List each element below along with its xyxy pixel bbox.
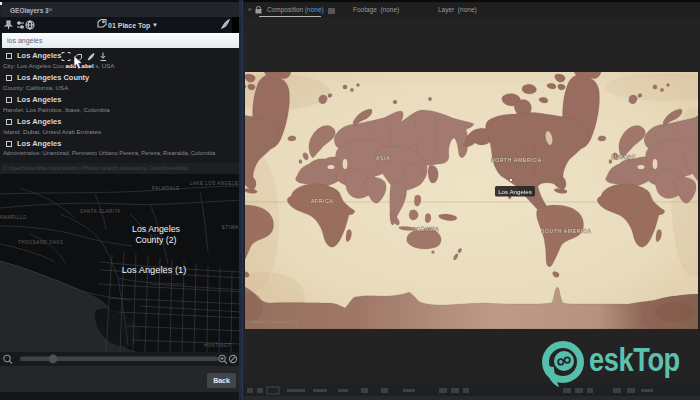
svg-text:EUROPE: EUROPE [611,154,636,160]
svg-text:PALMDALE: PALMDALE [152,186,180,191]
svg-text:OCEANIA: OCEANIA [412,226,439,232]
svg-text:Los Angeles: Los Angeles [498,188,532,195]
svg-text:SANTA CLARITA: SANTA CLARITA [80,209,121,214]
svg-text:ETIWA: ETIWA [222,225,239,230]
svg-text:THOUSAND OAKS: THOUSAND OAKS [18,240,64,245]
svg-text:Los Angeles: Los Angeles [132,224,181,234]
svg-text:LAKE LOS ANGELES: LAKE LOS ANGELES [190,181,242,186]
svg-text:NORTH AMERICA: NORTH AMERICA [491,157,542,163]
svg-text:County (2): County (2) [135,235,176,245]
svg-text:SOUTH AMERICA: SOUTH AMERICA [541,228,592,234]
svg-text:CAMARILLO: CAMARILLO [0,215,27,220]
svg-text:© Amplfr | OpenStreetMap: © Amplfr | OpenStreetMap [249,319,299,324]
svg-text:Los Angeles (1): Los Angeles (1) [122,265,187,275]
svg-text:AFRICA: AFRICA [311,198,334,204]
svg-text:HUNTINGT: HUNTINGT [204,343,231,348]
svg-text:01 Place Top: 01 Place Top [108,22,150,30]
svg-text:ASIA: ASIA [376,155,390,161]
